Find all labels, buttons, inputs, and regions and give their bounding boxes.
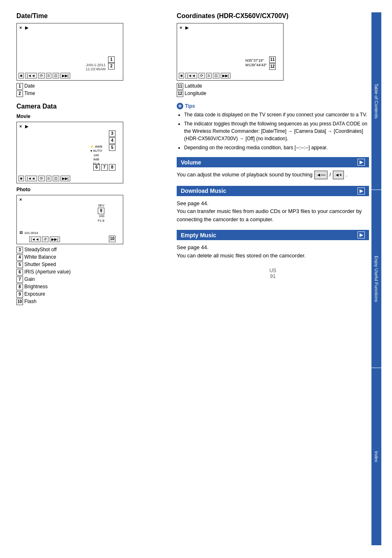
volume-title: Volume — [181, 159, 201, 166]
auto-label: ● AUTO — [90, 149, 102, 153]
sidebar-enjoy[interactable]: Enjoy Useful Functions — [371, 190, 381, 368]
movie-data-overlay: ⚡ AWB ● AUTO 100 9dB F1.8 — [90, 145, 102, 166]
sidebar-table-of-contents[interactable]: Table of Contents — [371, 12, 381, 190]
photo-controls: |◄◄ ↺ ▶▶| — [29, 236, 60, 242]
stop-btn-m[interactable]: ■ — [18, 176, 24, 181]
play-icon-coords: ▶ — [185, 25, 189, 30]
badge-10: 10 — [109, 236, 115, 242]
volume-play-icon: ▶ — [357, 159, 365, 166]
photo-data-overlay: 0EV 9 100 F1.8 — [98, 204, 104, 223]
label-6: 6 IRIS (Aperture value) — [16, 269, 164, 276]
display-btn[interactable]: ⊡ — [53, 73, 59, 79]
play-icon: ▶ — [25, 25, 28, 30]
display-btn-c[interactable]: ⊡ — [213, 73, 219, 79]
vol-minus-icon: ◄— — [314, 171, 327, 179]
camera-labels: 3 SteadyShot off 4 White Balance 5 Shutt… — [16, 247, 164, 305]
label-4: 4 White Balance — [16, 254, 164, 261]
camera-data-title: Camera Data — [16, 103, 164, 110]
tips-icon: ✿ — [177, 103, 183, 109]
prev-btn-m[interactable]: |◄◄ — [25, 176, 37, 181]
screen-controls-coords: ■ |◄◄ ⟳ II ⊡ ▶▶| — [179, 73, 231, 79]
empty-music-header: Empty Music ▶ — [177, 230, 369, 240]
close-icon-photo: × — [19, 197, 22, 202]
lat-value: N35°37'19" — [245, 58, 267, 63]
main-content: Date/Time × ▶ JAN-1-2011 11:23:45AM 1 2 … — [0, 0, 392, 558]
stop-btn-c[interactable]: ■ — [179, 73, 184, 79]
sidebar-index[interactable]: Index — [371, 368, 381, 546]
movie-screen: × ▶ 3 4 5 ⚡ AWB ● AUTO 100 9dB F1.8 8 7 … — [16, 122, 123, 183]
photo-subtitle: Photo — [16, 187, 164, 192]
photo-aperture-label: F1.8 — [98, 219, 104, 223]
tip-2: The indicator toggles through the follow… — [184, 120, 369, 142]
num-badge-2: 2 — [16, 90, 23, 97]
tip-3: Depending on the recording media conditi… — [184, 144, 369, 151]
download-music-title: Download Music — [181, 188, 226, 194]
badge-7: 7 — [101, 164, 108, 171]
badge-11: 11 — [269, 56, 276, 63]
datetime-time-value: 11:23:45AM — [85, 67, 106, 71]
tips-title: ✿ Tips — [177, 103, 369, 109]
right-column: Coordinates (HDR-CX560V/CX700V) × ▶ N35°… — [173, 12, 369, 546]
empty-see-page: See page 44. — [177, 243, 369, 252]
label-5: 5 Shutter Speed — [16, 262, 164, 268]
brightness-label: 9dB — [90, 157, 102, 162]
num-badge-1: 1 — [16, 83, 23, 90]
photo-shutter-label: 100 — [98, 214, 104, 218]
repeat-btn[interactable]: ⟳ — [38, 73, 45, 79]
label-time: 2 Time — [16, 90, 164, 97]
tips-list: The data code is displayed on the TV scr… — [177, 111, 369, 151]
next-btn[interactable]: ▶▶| — [60, 73, 70, 79]
vol-plus-icon: ◄+ — [333, 171, 344, 179]
badge-1: 1 — [108, 56, 115, 63]
display-btn-m[interactable]: ⊡ — [53, 176, 59, 181]
download-music-body: See page 44. You can transfer music file… — [177, 199, 369, 224]
prev-photo-btn[interactable]: |◄◄ — [29, 236, 41, 242]
play-icon-movie: ▶ — [25, 124, 28, 129]
stop-btn[interactable]: ■ — [18, 73, 24, 79]
label-3: 3 SteadyShot off — [16, 247, 164, 253]
datetime-labels: 1 Date 2 Time — [16, 83, 164, 97]
next-btn-m[interactable]: ▶▶| — [60, 176, 70, 181]
awb-label: ⚡ AWB — [90, 145, 102, 149]
label-12: 12 Longitude — [177, 90, 369, 97]
close-icon: × — [19, 25, 22, 30]
screen-controls-movie: ■ |◄◄ ⟳ II ⊡ ▶▶| — [18, 176, 70, 181]
label-9: 9 Exposure — [16, 291, 164, 298]
label-10: 10 Flash — [16, 299, 164, 305]
volume-body: You can adjust the volume of playback so… — [177, 171, 369, 179]
next-photo-btn[interactable]: ▶▶| — [50, 236, 60, 242]
label-date: 1 Date — [16, 83, 164, 90]
photo-screen: × 0EV 9 100 F1.8 🖼 101-0014 |◄◄ ↺ ▶▶| 10 — [16, 195, 123, 244]
coords-labels: 11 Latitude 12 Longitude — [177, 83, 369, 97]
photo-icon: 🖼 — [19, 231, 23, 235]
pause-btn[interactable]: II — [46, 73, 51, 79]
label-8: 8 Brightness — [16, 284, 164, 290]
pause-btn-c[interactable]: II — [206, 73, 212, 79]
exp-label: 0EV — [98, 204, 104, 208]
badge-4: 4 — [109, 137, 115, 144]
repeat-btn-c[interactable]: ⟳ — [198, 73, 205, 79]
shutter-label: 100 — [90, 153, 102, 157]
datetime-screen: × ▶ JAN-1-2011 11:23:45AM 1 2 ■ |◄◄ ⟳ II… — [16, 23, 123, 81]
prev-btn[interactable]: |◄◄ — [25, 73, 37, 79]
coordinates-title: Coordinates (HDR-CX560V/CX700V) — [177, 12, 369, 20]
datetime-date-value: JAN-1-2011 — [86, 63, 106, 67]
badge-6: 6 — [93, 164, 100, 171]
screen-controls-datetime: ■ |◄◄ ⟳ II ⊡ ▶▶| — [18, 73, 70, 79]
prev-btn-c[interactable]: |◄◄ — [185, 73, 197, 79]
photo-meta: 🖼 101-0014 — [19, 231, 38, 235]
repeat-btn-m[interactable]: ⟳ — [38, 176, 45, 181]
tips-box: ✿ Tips The data code is displayed on the… — [177, 103, 369, 151]
rotate-btn[interactable]: ↺ — [42, 236, 48, 242]
tip-1: The data code is displayed on the TV scr… — [184, 111, 369, 118]
movie-subtitle: Movie — [16, 113, 164, 119]
sidebar: Table of Contents Enjoy Useful Functions… — [369, 12, 384, 546]
empty-music-play-icon: ▶ — [357, 232, 365, 238]
lon-value: W139°44'43" — [245, 63, 267, 68]
next-btn-c[interactable]: ▶▶| — [221, 73, 231, 79]
empty-body-text: You can delete all music files stored on… — [177, 252, 369, 260]
close-icon-coords: × — [180, 25, 182, 30]
badge-3: 3 — [109, 130, 115, 137]
download-body-text: You can transfer music files from audio … — [177, 207, 369, 223]
pause-btn-m[interactable]: II — [46, 176, 51, 181]
